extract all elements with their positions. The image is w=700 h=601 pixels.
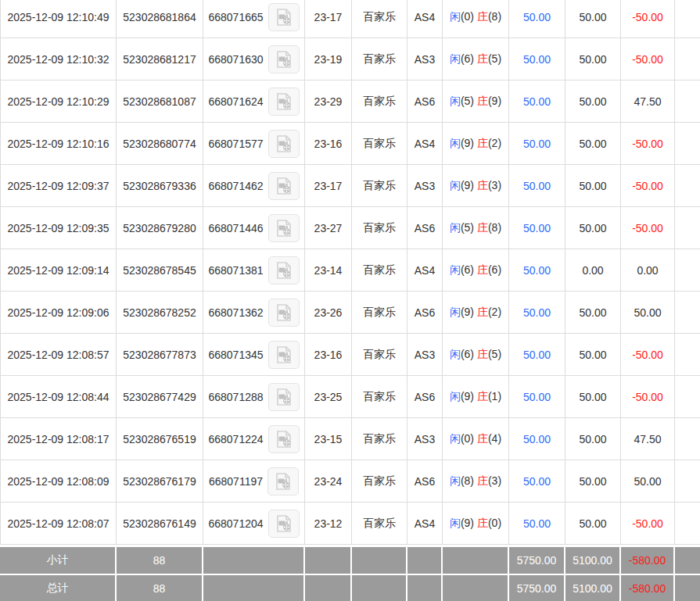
round-id-text: 668071446 [208,222,263,234]
table-row: 2025-12-09 12:10:49 523028681864 6680716… [1,0,700,38]
cell-game-type: 百家乐 [352,80,407,123]
player-result-score: (9) [461,137,474,149]
player-result-score: (8) [461,474,474,487]
cell-win-loss: -50.00 [621,38,675,80]
total-bet-amount: 5100.00 [565,574,620,601]
player-result-label: 闲 [450,517,461,529]
cell-valid-bet: 50.00 [509,249,565,292]
cell-extra [675,376,700,418]
cell-win-loss: 50.00 [621,460,675,503]
video-replay-button[interactable] [268,45,300,73]
video-document-icon [274,92,294,111]
banker-result-label: 庄 [477,263,488,276]
cell-bet-amount: 50.00 [565,165,621,207]
cell-valid-bet: 50.00 [509,0,565,38]
cell-order-id: 523028681217 [117,38,203,80]
player-result-label: 闲 [450,52,461,65]
player-result-score: (0) [461,432,474,445]
total-valid-bet: 5750.00 [508,574,565,601]
video-document-icon [274,303,294,322]
cell-round-id: 668071288 [203,376,305,418]
cell-table-code: AS3 [407,38,443,80]
cell-order-id: 523028681864 [117,0,203,38]
cell-valid-bet: 50.00 [509,207,565,249]
banker-result-score: (3) [488,179,501,191]
cell-order-id: 523028681087 [117,80,203,123]
round-id-text: 668071624 [208,95,263,108]
cell-order-id: 523028676519 [117,418,203,460]
video-replay-button[interactable] [268,256,300,284]
cell-round-id: 668071462 [203,165,305,207]
cell-table-code: AS4 [407,123,443,165]
cell-order-id: 523028677873 [117,334,203,376]
cell-game-type: 百家乐 [352,0,407,38]
round-id-text: 668071665 [208,11,263,23]
round-id-text: 668071577 [208,138,263,150]
bet-records-table: 2025-12-09 12:10:49 523028681864 6680716… [0,0,700,545]
records-viewport: 2025-12-09 12:10:49 523028681864 6680716… [0,0,700,601]
banker-result-score: (8) [488,10,501,23]
cell-bet-time: 2025-12-09 12:10:29 [1,80,117,123]
round-id-text: 668071197 [209,475,263,488]
cell-win-loss: 0.00 [621,249,675,292]
cell-order-id: 523028680774 [117,123,203,165]
cell-round-id: 668071630 [203,38,305,80]
subtotal-valid-bet: 5750.00 [508,546,565,574]
player-result-label: 闲 [450,348,461,360]
video-replay-button[interactable] [268,425,300,453]
video-replay-button[interactable] [268,299,300,327]
player-result-label: 闲 [450,179,461,191]
banker-result-score: (3) [488,474,501,487]
video-replay-button[interactable] [268,172,300,200]
cell-table-code: AS3 [407,334,443,376]
cell-extra [675,334,700,376]
banker-result-label: 庄 [477,137,488,149]
cell-table-round: 23-16 [305,334,352,376]
video-document-icon [274,8,294,27]
player-result-label: 闲 [450,95,461,107]
cell-result: 闲(6) 庄(5) [443,38,509,80]
cell-valid-bet: 50.00 [509,292,565,334]
cell-bet-amount: 0.00 [565,249,621,292]
cell-table-round: 23-14 [305,249,352,292]
cell-extra [675,292,700,334]
cell-win-loss: -50.00 [621,376,675,418]
video-replay-button[interactable] [268,88,300,116]
player-result-label: 闲 [450,137,461,149]
player-result-label: 闲 [450,221,461,234]
player-result-score: (0) [461,10,474,23]
video-replay-button[interactable] [268,130,300,158]
table-row: 2025-12-09 12:10:29 523028681087 6680716… [1,80,700,123]
player-result-score: (9) [461,306,474,318]
video-replay-button[interactable] [268,3,300,31]
player-result-score: (6) [461,348,474,360]
subtotal-label: 小计 [0,546,116,574]
cell-game-type: 百家乐 [352,376,407,418]
cell-bet-time: 2025-12-09 12:08:44 [1,376,117,418]
cell-round-id: 668071345 [203,334,305,376]
cell-bet-amount: 50.00 [565,292,621,334]
video-replay-button[interactable] [268,510,300,538]
cell-bet-time: 2025-12-09 12:08:57 [1,334,117,376]
cell-game-type: 百家乐 [352,503,407,545]
banker-result-label: 庄 [477,95,488,107]
video-replay-button[interactable] [268,341,300,369]
cell-game-type: 百家乐 [352,292,407,334]
cell-extra [675,249,700,292]
cell-valid-bet: 50.00 [509,418,565,460]
table-row: 2025-12-09 12:09:37 523028679336 6680714… [1,165,700,207]
cell-result: 闲(6) 庄(6) [443,249,509,292]
banker-result-label: 庄 [477,179,488,191]
video-document-icon [274,219,294,238]
cell-bet-amount: 50.00 [565,334,621,376]
cell-result: 闲(9) 庄(2) [443,123,509,165]
cell-valid-bet: 50.00 [509,460,565,503]
cell-order-id: 523028677429 [117,376,203,418]
video-replay-button[interactable] [268,214,300,242]
video-replay-button[interactable] [267,467,299,495]
video-replay-button[interactable] [268,383,300,411]
cell-bet-amount: 50.00 [565,80,621,123]
table-row: 2025-12-09 12:08:17 523028676519 6680712… [1,418,700,460]
cell-win-loss: -50.00 [621,123,675,165]
banker-result-score: (1) [488,390,501,402]
